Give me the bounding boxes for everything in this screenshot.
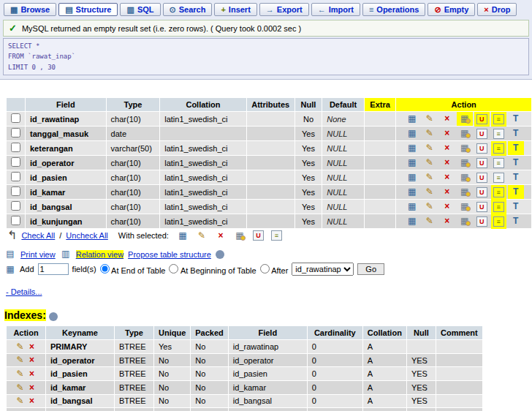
drop-index-icon[interactable]: × bbox=[26, 396, 38, 406]
radio-at-beginning[interactable] bbox=[169, 264, 178, 274]
edit-icon[interactable]: ✎ bbox=[424, 129, 436, 138]
primary-key-icon[interactable]: ▦ bbox=[459, 129, 471, 138]
index-icon[interactable]: ≡ bbox=[493, 187, 504, 197]
primary-key-icon[interactable]: ▦ bbox=[459, 202, 471, 211]
drop-icon[interactable]: × bbox=[441, 173, 453, 182]
fulltext-icon[interactable]: T bbox=[510, 202, 522, 211]
unique-icon[interactable]: U bbox=[253, 230, 264, 241]
edit-index-icon[interactable]: ✎ bbox=[15, 342, 26, 352]
drop-index-icon[interactable]: × bbox=[26, 342, 38, 352]
radio-after[interactable] bbox=[260, 264, 270, 274]
browse-icon[interactable]: ▦ bbox=[177, 231, 189, 241]
unique-icon[interactable]: U bbox=[476, 143, 487, 154]
tab-structure[interactable]: ▤Structure bbox=[58, 3, 118, 16]
drop-icon[interactable]: × bbox=[441, 216, 453, 226]
tab-browse[interactable]: ▦Browse bbox=[4, 3, 56, 16]
index-icon[interactable]: ≡ bbox=[493, 216, 504, 227]
row-checkbox[interactable] bbox=[11, 172, 20, 181]
tab-search[interactable]: ⊙Search bbox=[163, 3, 213, 16]
drop-index-icon[interactable]: × bbox=[26, 383, 38, 393]
uncheck-all-link[interactable]: Uncheck All bbox=[66, 231, 107, 240]
index-icon[interactable]: ≡ bbox=[493, 129, 504, 139]
browse-icon[interactable]: ▦ bbox=[406, 187, 418, 197]
browse-icon[interactable]: ▦ bbox=[406, 129, 418, 138]
fulltext-icon[interactable]: T bbox=[510, 129, 522, 138]
tab-browse-label[interactable]: Browse bbox=[20, 5, 50, 14]
row-checkbox[interactable] bbox=[11, 128, 20, 137]
tab-sql-label[interactable]: SQL bbox=[137, 5, 154, 14]
tab-import-label[interactable]: Import bbox=[329, 5, 354, 14]
unique-icon[interactable]: U bbox=[476, 173, 487, 183]
edit-icon[interactable]: ✎ bbox=[424, 158, 436, 167]
print-view-link[interactable]: Print view bbox=[20, 250, 56, 259]
tab-export-label[interactable]: Export bbox=[277, 5, 303, 14]
primary-key-icon[interactable]: ▦ bbox=[459, 143, 471, 153]
indexes-help-icon[interactable] bbox=[49, 312, 58, 321]
primary-key-icon[interactable]: ▦ bbox=[459, 114, 471, 124]
option-after[interactable]: After bbox=[260, 264, 289, 275]
drop-icon[interactable]: × bbox=[441, 129, 453, 138]
drop-icon[interactable]: × bbox=[441, 143, 453, 153]
tab-drop[interactable]: ×Drop bbox=[477, 3, 517, 16]
index-icon[interactable]: ≡ bbox=[493, 202, 504, 212]
tab-insert[interactable]: +Insert bbox=[214, 3, 256, 16]
propose-structure-link[interactable]: Propose table structure bbox=[128, 250, 211, 259]
primary-key-icon[interactable]: ▦ bbox=[459, 187, 471, 197]
tab-drop-label[interactable]: Drop bbox=[492, 5, 511, 14]
index-icon[interactable]: ≡ bbox=[493, 173, 504, 183]
fulltext-icon[interactable]: T bbox=[510, 114, 522, 124]
row-checkbox[interactable] bbox=[11, 157, 20, 167]
tab-search-label[interactable]: Search bbox=[179, 5, 206, 14]
edit-index-icon[interactable]: ✎ bbox=[15, 355, 26, 365]
primary-key-icon[interactable]: ▦ bbox=[459, 173, 471, 182]
unique-icon[interactable]: U bbox=[476, 158, 487, 168]
drop-icon[interactable]: × bbox=[441, 158, 453, 167]
edit-index-icon[interactable]: ✎ bbox=[15, 383, 26, 393]
edit-index-icon[interactable]: ✎ bbox=[15, 396, 26, 406]
relation-view-link[interactable]: Relation view bbox=[76, 250, 123, 259]
browse-icon[interactable]: ▦ bbox=[406, 173, 418, 182]
edit-icon[interactable]: ✎ bbox=[196, 231, 208, 241]
index-icon[interactable]: ≡ bbox=[493, 143, 504, 154]
edit-index-icon[interactable]: ✎ bbox=[15, 369, 26, 379]
unique-icon[interactable]: U bbox=[476, 187, 487, 197]
edit-icon[interactable]: ✎ bbox=[424, 143, 436, 153]
row-checkbox[interactable] bbox=[11, 143, 20, 152]
drop-icon[interactable]: × bbox=[441, 187, 453, 197]
tab-sql[interactable]: ▥SQL bbox=[120, 3, 160, 16]
tab-import[interactable]: ←Import bbox=[311, 3, 360, 16]
edit-icon[interactable]: ✎ bbox=[424, 187, 436, 197]
browse-icon[interactable]: ▦ bbox=[406, 114, 418, 124]
row-checkbox[interactable] bbox=[11, 186, 20, 196]
unique-icon[interactable]: U bbox=[476, 202, 487, 212]
unique-icon[interactable]: U bbox=[476, 114, 487, 124]
radio-at-end[interactable] bbox=[100, 264, 110, 274]
index-icon[interactable]: ≡ bbox=[493, 114, 504, 124]
primary-key-icon[interactable]: ▦ bbox=[459, 158, 471, 167]
tab-insert-label[interactable]: Insert bbox=[229, 5, 251, 14]
tab-export[interactable]: →Export bbox=[259, 3, 309, 16]
fulltext-icon[interactable]: T bbox=[510, 173, 522, 182]
tab-operations[interactable]: ≡Operations bbox=[362, 3, 426, 16]
edit-icon[interactable]: ✎ bbox=[424, 216, 436, 226]
unique-icon[interactable]: U bbox=[476, 129, 487, 139]
option-at-beginning[interactable]: At Beginning of Table bbox=[169, 264, 256, 275]
primary-key-icon[interactable]: ▦ bbox=[459, 216, 471, 226]
check-all-link[interactable]: Check All bbox=[21, 231, 55, 240]
edit-icon[interactable]: ✎ bbox=[424, 114, 436, 124]
primary-key-icon[interactable]: ▦ bbox=[234, 231, 246, 241]
browse-icon[interactable]: ▦ bbox=[406, 158, 418, 167]
drop-icon[interactable]: × bbox=[441, 202, 453, 211]
drop-index-icon[interactable]: × bbox=[26, 355, 38, 365]
tab-structure-label[interactable]: Structure bbox=[76, 5, 112, 14]
details-link[interactable]: - Details... bbox=[6, 287, 42, 296]
row-checkbox[interactable] bbox=[11, 216, 20, 225]
go-button[interactable]: Go bbox=[357, 263, 384, 275]
drop-icon[interactable]: × bbox=[215, 231, 227, 241]
drop-icon[interactable]: × bbox=[441, 114, 453, 124]
drop-index-icon[interactable]: × bbox=[26, 369, 38, 379]
browse-icon[interactable]: ▦ bbox=[406, 143, 418, 153]
fulltext-icon[interactable]: T bbox=[510, 216, 522, 226]
after-field-select[interactable]: id_rawatinap bbox=[292, 263, 354, 276]
row-checkbox[interactable] bbox=[11, 113, 20, 123]
